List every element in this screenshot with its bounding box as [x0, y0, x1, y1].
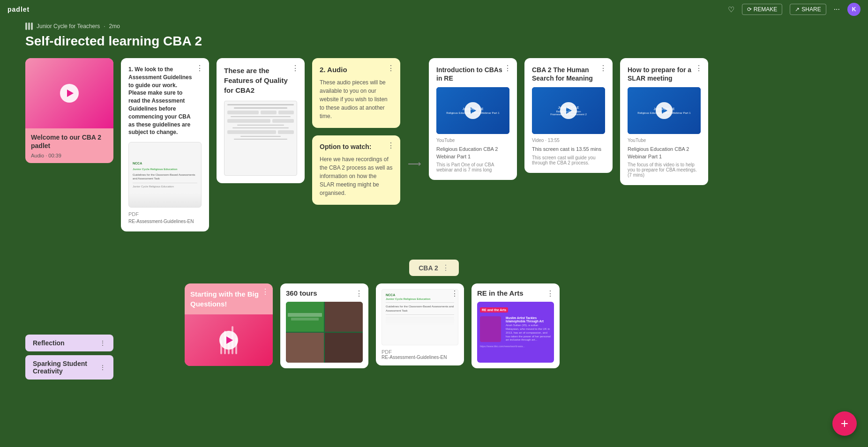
card-human-search-menu[interactable]: ⋮: [599, 64, 607, 73]
connector-arrow: ⟶: [408, 158, 421, 169]
card-webinar1[interactable]: ⋮ Introduction to CBAs in RE JuniorCYCLE…: [429, 58, 517, 180]
card-360[interactable]: ⋮ 360 tours: [280, 283, 368, 368]
card-webinar1-thumb: JuniorCYCLE Religious Education CBA 2 We…: [436, 87, 509, 134]
heart-button[interactable]: ♡: [728, 5, 734, 14]
card-human-search-source: Video · 13:55: [532, 138, 605, 143]
card-re-arts-menu[interactable]: ⋮: [546, 289, 554, 298]
card-webinar1-title: Introduction to CBAs in RE: [436, 66, 509, 82]
card-webinar1-menu[interactable]: ⋮: [504, 64, 511, 73]
card-human-search-thumb: JuniorCYCLE Religious EducationFramework…: [532, 87, 605, 134]
big-questions-play-button[interactable]: [219, 331, 238, 350]
card-slar-menu[interactable]: ⋮: [695, 64, 703, 73]
sidebar-cards: Reflection ⋮ Sparking Student Creativity…: [25, 335, 113, 380]
re-guidelines-meta: PDF: [382, 349, 458, 355]
time-separator: ·: [104, 23, 105, 30]
card-human-search[interactable]: ⋮ CBA 2 The Human Search for Meaning Jun…: [524, 58, 613, 173]
card-guidelines-filename: RE-Assessment-Guidelines-EN: [128, 219, 202, 224]
remake-button[interactable]: ⟳ REMAKE: [742, 4, 783, 15]
re-guidelines-preview: NCCA Junior Cycle Religious Education Gu…: [382, 289, 458, 345]
re-arts-header: RE and the Arts: [480, 307, 508, 313]
card-slar-thumb: JuniorCYCLE Religious Education CBA 2 We…: [628, 87, 701, 134]
topbar-left: padlet: [7, 6, 30, 13]
section-label-text: CBA 2: [419, 264, 438, 272]
card-features[interactable]: ⋮ These are the Features of Quality for …: [217, 58, 305, 183]
sidebar-item-reflection[interactable]: Reflection ⋮: [25, 335, 113, 351]
card-features-menu[interactable]: ⋮: [292, 64, 299, 73]
card-audio-note-body: These audio pieces will be available to …: [320, 78, 393, 120]
page-title: Self-directed learning CBA 2: [25, 34, 843, 49]
card-watch-note[interactable]: ⋮ Option to watch: Here we have recordin…: [312, 135, 400, 205]
notes-column: ⋮ 2. Audio These audio pieces will be av…: [312, 58, 400, 205]
topbar-right: ♡ ⟳ REMAKE ↗ SHARE ··· K: [728, 3, 861, 16]
card-re-arts-title: RE in the Arts: [477, 289, 554, 297]
section-label-menu[interactable]: ⋮: [442, 263, 449, 272]
section-label: CBA 2 ⋮: [409, 260, 459, 276]
section-label-container: CBA 2 ⋮: [25, 260, 843, 276]
card-features-preview: [224, 101, 297, 176]
card-watch-note-title: Option to watch:: [320, 143, 393, 150]
card-slar-detail: The focus of this video is to help you t…: [628, 162, 701, 178]
card-webinar1-detail: This is Part One of our CBA webinar and …: [436, 162, 509, 172]
card-slar-description: Religious Education CBA 2 Webinar Part 1: [628, 146, 701, 160]
post-time: 2mo: [109, 23, 120, 30]
card-webinar1-source: YouTube: [436, 138, 509, 143]
card-guidelines-meta: PDF: [128, 211, 202, 217]
topbar: padlet ♡ ⟳ REMAKE ↗ SHARE ··· K: [0, 0, 868, 19]
card-guidelines-menu[interactable]: ⋮: [196, 64, 203, 73]
card-360-title: 360 tours: [286, 289, 363, 297]
card-welcome-title: Welcome to our CBA 2 padlet: [31, 133, 108, 150]
card-slar-source: YouTube: [628, 138, 701, 143]
welcome-play-button[interactable]: [60, 84, 79, 103]
author-line: Junior Cycle for Teachers · 2mo: [25, 22, 843, 30]
card-guidelines-title: 1. We look to the Assessment Guidelines …: [128, 66, 202, 136]
card-re-arts-thumb: RE and the Arts Muslim Artist Tackles Is…: [477, 302, 554, 363]
card-guidelines[interactable]: ⋮ 1. We look to the Assessment Guideline…: [121, 58, 209, 231]
card-human-search-description: This screen cast is 13.55 mins: [532, 146, 605, 153]
share-button[interactable]: ↗ SHARE: [790, 4, 826, 15]
sidebar-sparking-menu[interactable]: ⋮: [99, 364, 106, 371]
content-area: ⋮ Welcome to our CBA 2 padlet Audio · 00…: [0, 58, 868, 368]
author-name: Junior Cycle for Teachers: [37, 23, 100, 30]
card-welcome-thumbnail: [25, 58, 113, 128]
card-360-thumb: [286, 302, 363, 363]
sidebar-sparking-label: Sparking Student Creativity: [33, 360, 99, 375]
card-welcome-meta: Audio · 00:39: [31, 153, 108, 158]
share-icon: ↗: [795, 6, 800, 13]
avatar: K: [847, 3, 861, 16]
card-slar-title: How to prepare for a SLAR meeting: [628, 66, 701, 82]
bottom-cards-row: ⋮ Starting with the Big Questions! ⋮ 3: [25, 283, 843, 368]
card-webinar1-description: Religious Education CBA 2 Webinar Part 1: [436, 146, 509, 160]
sidebar-item-sparking[interactable]: Sparking Student Creativity ⋮: [25, 355, 113, 380]
more-button[interactable]: ···: [834, 5, 840, 14]
author-icon: [25, 22, 33, 30]
card-human-search-title: CBA 2 The Human Search for Meaning: [532, 66, 605, 82]
card-welcome[interactable]: ⋮ Welcome to our CBA 2 padlet Audio · 00…: [25, 58, 113, 163]
card-360-menu[interactable]: ⋮: [355, 289, 363, 298]
card-big-questions-title: Starting with the Big Questions!: [185, 283, 273, 314]
card-features-title: These are the Features of Quality for CB…: [224, 66, 297, 95]
card-slar[interactable]: ⋮ How to prepare for a SLAR meeting Juni…: [620, 58, 708, 185]
card-audio-note-menu[interactable]: ⋮: [387, 64, 395, 73]
card-watch-note-menu[interactable]: ⋮: [387, 141, 395, 150]
pdf-preview-content: NCCA Junior Cycle Religious Education Gu…: [129, 157, 201, 193]
re-arts-image: [480, 316, 501, 342]
re-guidelines-filename: RE-Assessment-Guidelines-EN: [382, 355, 458, 360]
card-watch-note-body: Here we have recordings of the CBA 2 pro…: [320, 155, 393, 197]
card-big-questions[interactable]: ⋮ Starting with the Big Questions!: [185, 283, 273, 366]
card-re-guidelines[interactable]: ⋮ NCCA Junior Cycle Religious Education …: [376, 283, 464, 365]
card-big-questions-menu[interactable]: ⋮: [262, 287, 269, 296]
card-human-search-detail: This screen cast will guide you through …: [532, 155, 605, 165]
card-welcome-body: Welcome to our CBA 2 padlet Audio · 00:3…: [25, 128, 113, 163]
card-guidelines-preview: NCCA Junior Cycle Religious Education Gu…: [128, 142, 202, 208]
sidebar-reflection-label: Reflection: [33, 339, 65, 347]
cards-row-1: ⋮ Welcome to our CBA 2 padlet Audio · 00…: [25, 58, 843, 231]
card-audio-note-title: 2. Audio: [320, 66, 393, 74]
sidebar-reflection-menu[interactable]: ⋮: [99, 339, 106, 347]
card-audio-note[interactable]: ⋮ 2. Audio These audio pieces will be av…: [312, 58, 400, 128]
card-big-questions-thumb: [185, 314, 273, 366]
card-re-guidelines-menu[interactable]: ⋮: [451, 289, 458, 298]
fab-add-button[interactable]: +: [832, 411, 857, 436]
card-re-arts[interactable]: ⋮ RE in the Arts RE and the Arts Muslim …: [471, 283, 560, 368]
padlet-logo: padlet: [7, 6, 30, 13]
remake-icon: ⟳: [747, 6, 752, 13]
